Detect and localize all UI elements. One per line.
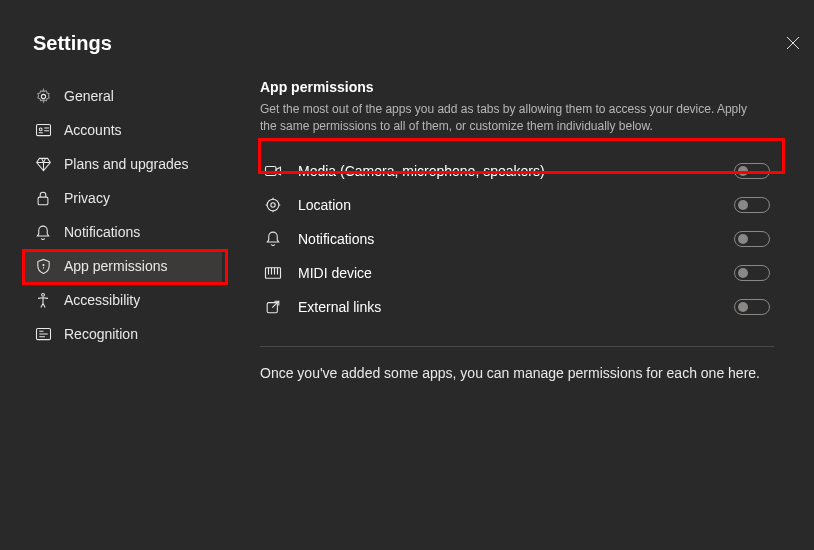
sidebar-item-label: Privacy bbox=[64, 190, 110, 206]
diamond-icon bbox=[34, 155, 52, 173]
settings-sidebar: General Accounts Plans and upgrades Priv… bbox=[0, 79, 228, 381]
gear-icon bbox=[34, 87, 52, 105]
sidebar-item-privacy[interactable]: Privacy bbox=[24, 181, 222, 215]
sidebar-item-app-permissions[interactable]: App permissions bbox=[24, 249, 222, 283]
svg-rect-3 bbox=[38, 197, 48, 205]
svg-rect-7 bbox=[266, 166, 277, 175]
page-title: Settings bbox=[33, 32, 814, 55]
sidebar-item-recognition[interactable]: Recognition bbox=[24, 317, 222, 351]
id-card-icon bbox=[34, 121, 52, 139]
permission-label: MIDI device bbox=[298, 265, 718, 281]
sidebar-item-label: Notifications bbox=[64, 224, 140, 240]
permission-label: Media (Camera, microphone, speakers) bbox=[298, 163, 718, 179]
external-link-icon bbox=[264, 298, 282, 316]
permission-toggle-notifications[interactable] bbox=[734, 231, 770, 247]
divider bbox=[260, 346, 774, 347]
svg-point-0 bbox=[41, 94, 45, 98]
svg-point-5 bbox=[42, 293, 45, 296]
close-icon bbox=[786, 36, 800, 53]
svg-point-2 bbox=[39, 128, 42, 131]
permission-label: External links bbox=[298, 299, 718, 315]
sidebar-item-accessibility[interactable]: Accessibility bbox=[24, 283, 222, 317]
camera-icon bbox=[264, 162, 282, 180]
permission-toggle-external-links[interactable] bbox=[734, 299, 770, 315]
svg-rect-10 bbox=[266, 268, 281, 279]
sidebar-item-general[interactable]: General bbox=[24, 79, 222, 113]
svg-point-9 bbox=[271, 203, 275, 207]
sidebar-item-label: Recognition bbox=[64, 326, 138, 342]
permission-toggle-midi[interactable] bbox=[734, 265, 770, 281]
permission-row-external-links: External links bbox=[260, 290, 774, 324]
svg-point-4 bbox=[42, 264, 44, 266]
sidebar-item-label: Accessibility bbox=[64, 292, 140, 308]
permission-toggle-media[interactable] bbox=[734, 163, 770, 179]
sidebar-item-accounts[interactable]: Accounts bbox=[24, 113, 222, 147]
permission-label: Notifications bbox=[298, 231, 718, 247]
svg-rect-1 bbox=[36, 124, 50, 135]
lock-icon bbox=[34, 189, 52, 207]
sidebar-item-plans[interactable]: Plans and upgrades bbox=[24, 147, 222, 181]
accessibility-icon bbox=[34, 291, 52, 309]
sidebar-item-label: Plans and upgrades bbox=[64, 156, 189, 172]
permission-label: Location bbox=[298, 197, 718, 213]
sidebar-item-label: Accounts bbox=[64, 122, 122, 138]
location-icon bbox=[264, 196, 282, 214]
midi-icon bbox=[264, 264, 282, 282]
shield-icon bbox=[34, 257, 52, 275]
recognition-icon bbox=[34, 325, 52, 343]
permission-row-location: Location bbox=[260, 188, 774, 222]
bell-icon bbox=[264, 230, 282, 248]
bell-icon bbox=[34, 223, 52, 241]
permission-toggle-location[interactable] bbox=[734, 197, 770, 213]
permission-row-media: Media (Camera, microphone, speakers) bbox=[260, 154, 774, 188]
footer-text: Once you've added some apps, you can man… bbox=[260, 365, 774, 381]
permission-row-notifications: Notifications bbox=[260, 222, 774, 256]
sidebar-item-notifications[interactable]: Notifications bbox=[24, 215, 222, 249]
close-button[interactable] bbox=[786, 36, 800, 54]
sidebar-item-label: General bbox=[64, 88, 114, 104]
permission-row-midi: MIDI device bbox=[260, 256, 774, 290]
sidebar-item-label: App permissions bbox=[64, 258, 168, 274]
section-title: App permissions bbox=[260, 79, 774, 95]
svg-point-8 bbox=[267, 199, 279, 211]
section-description: Get the most out of the apps you add as … bbox=[260, 101, 760, 136]
